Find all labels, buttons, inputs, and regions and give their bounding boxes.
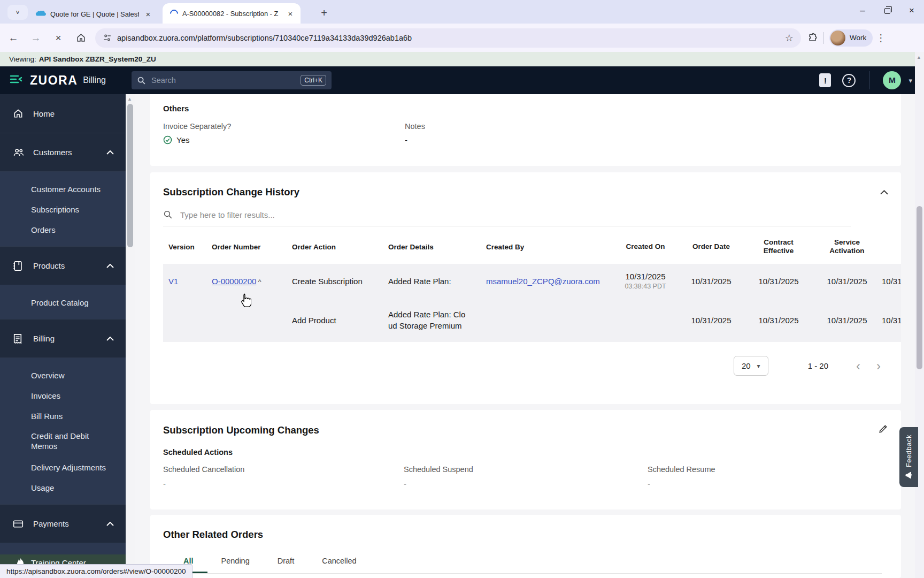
sidebar-item-invoices[interactable]: Invoices — [0, 385, 126, 406]
sidebar-item-customer-accounts[interactable]: Customer Accounts — [0, 179, 126, 199]
browser-tab-zuora[interactable]: A-S00000082 - Subscription - Z × — [163, 3, 301, 24]
new-tab-button[interactable]: + — [317, 5, 332, 20]
sidebar-item-delivery-adjustments[interactable]: Delivery Adjustments — [0, 457, 126, 477]
created-by-link[interactable]: msamuel20_ZCPQ@zuora.com — [486, 277, 613, 286]
tab-search-button[interactable]: ˅ — [7, 5, 28, 20]
page-scrollbar[interactable]: ▲ — [915, 52, 924, 578]
scheduled-actions-subtitle: Scheduled Actions — [163, 448, 888, 457]
url-text[interactable]: apisandbox.zuora.com/platform/subscripti… — [117, 34, 785, 42]
sidebar-label: Products — [33, 261, 65, 270]
chevron-down-icon: ▾ — [757, 362, 760, 370]
home-button[interactable] — [72, 29, 90, 47]
sidebar-item-credit-debit-memos[interactable]: Credit and Debit Memos — [0, 426, 126, 457]
global-search[interactable]: Ctrl+K — [132, 71, 332, 89]
browser-menu-icon[interactable]: ⋮ — [876, 32, 886, 44]
url-bar[interactable]: apisandbox.zuora.com/platform/subscripti… — [95, 28, 801, 48]
prev-page-button[interactable]: ‹ — [856, 360, 860, 372]
invoice-separately-value: Yes — [163, 135, 405, 144]
sidebar-item-overview[interactable]: Overview — [0, 365, 126, 385]
search-icon — [137, 76, 146, 85]
scheduled-suspend-value: - — [404, 479, 648, 488]
tab-close-icon[interactable]: × — [143, 9, 153, 19]
help-icon[interactable]: ? — [842, 74, 856, 87]
history-filter-input[interactable] — [180, 210, 851, 219]
close-window-button[interactable]: × — [899, 0, 924, 21]
others-title: Others — [163, 94, 888, 113]
sidebar-collapse-icon[interactable] — [10, 74, 22, 86]
browser-profile-button[interactable]: Work — [829, 29, 873, 47]
history-table-row: V1 O-00000200^ Create Subscription Added… — [163, 264, 901, 342]
restore-button[interactable] — [875, 0, 899, 21]
scroll-up-icon[interactable]: ▲ — [127, 96, 132, 102]
sidebar-scrollbar[interactable]: ▲ — [126, 94, 135, 578]
zuora-logo: ZUORA — [30, 73, 78, 88]
history-title: Subscription Change History — [163, 186, 880, 198]
toolbar-right: Work ⋮ — [807, 29, 893, 47]
tab-draft[interactable]: Draft — [264, 552, 308, 573]
customers-icon — [13, 148, 25, 157]
sidebar-item-subscriptions[interactable]: Subscriptions — [0, 199, 126, 219]
related-orders-card: Other Related Orders All Pending Draft C… — [150, 515, 901, 578]
page-scrollbar-thumb[interactable] — [917, 206, 922, 369]
page-size-select[interactable]: 20 ▾ — [734, 356, 768, 376]
scheduled-resume-value: - — [648, 479, 888, 488]
notes-label: Notes — [405, 122, 888, 131]
environment-banner: Viewing: API Sandbox ZBZR_System20_ZU — [0, 52, 924, 66]
invoice-separately-label: Invoice Separately? — [163, 122, 405, 131]
forward-button[interactable]: → — [27, 29, 45, 47]
tab-pending[interactable]: Pending — [207, 552, 264, 573]
home-icon — [76, 33, 86, 43]
next-page-button[interactable]: › — [876, 360, 881, 372]
col-order-details: Order Details — [388, 230, 486, 263]
bookmark-star-icon[interactable]: ☆ — [785, 32, 794, 44]
version-cell[interactable]: V1 — [163, 277, 212, 286]
global-search-input[interactable] — [151, 76, 301, 85]
billing-submenu: Overview Invoices Bill Runs Credit and D… — [0, 358, 126, 504]
sidebar-item-orders[interactable]: Orders — [0, 219, 126, 240]
sidebar-item-product-catalog[interactable]: Product Catalog — [0, 292, 126, 313]
col-contract-effective: Contract Effective — [754, 230, 803, 263]
feedback-tab[interactable]: Feedback — [899, 427, 918, 487]
clipped-cell: 10/31/2025 — [882, 316, 901, 325]
order-details-cell: Added Rate Plan: — [388, 277, 486, 286]
filter-search-icon — [163, 210, 173, 219]
col-order-action: Order Action — [292, 230, 388, 263]
header-divider — [869, 71, 870, 89]
sidebar-item-payments[interactable]: Payments — [0, 504, 126, 543]
order-number-link[interactable]: O-00000200 — [212, 277, 256, 286]
sidebar-item-billing[interactable]: Billing — [0, 319, 126, 358]
user-avatar[interactable]: M — [883, 71, 901, 89]
search-shortcut-badge: Ctrl+K — [301, 75, 326, 86]
sidebar-label: Billing — [33, 334, 55, 343]
sidebar-item-customers[interactable]: Customers — [0, 133, 126, 171]
browser-tab-salesforce[interactable]: Quote for GE | Quote | Salesfor × — [28, 4, 158, 24]
created-on-time: 03:38:43 PDT — [613, 283, 677, 290]
site-settings-icon[interactable] — [103, 33, 112, 42]
order-number-cell: O-00000200^ — [212, 277, 292, 286]
announcements-icon[interactable]: ! — [819, 73, 831, 87]
edit-pencil-icon[interactable] — [878, 424, 888, 436]
feedback-label: Feedback — [905, 435, 913, 467]
back-button[interactable]: ← — [4, 29, 22, 47]
service-activation-cell: 10/31/2025 — [812, 316, 882, 325]
invoice-separately-field: Invoice Separately? Yes — [163, 122, 405, 144]
product-name: Billing — [83, 75, 106, 85]
sidebar-item-bill-runs[interactable]: Bill Runs — [0, 406, 126, 426]
sidebar-item-usage[interactable]: Usage — [0, 477, 126, 498]
sidebar-item-home[interactable]: Home — [0, 94, 126, 133]
extensions-icon[interactable] — [807, 33, 818, 43]
header-right: ! ? M ▾ — [819, 66, 924, 94]
sidebar-scrollbar-thumb[interactable] — [127, 104, 133, 247]
tab-cancelled[interactable]: Cancelled — [308, 552, 371, 573]
customers-submenu: Customer Accounts Subscriptions Orders — [0, 171, 126, 246]
collapse-section-icon[interactable] — [880, 187, 888, 197]
order-expand-caret-icon[interactable]: ^ — [258, 278, 261, 286]
order-action-cell: Create Subscription — [292, 277, 388, 286]
tab-close-icon[interactable]: × — [286, 9, 295, 18]
user-menu-caret-icon[interactable]: ▾ — [908, 77, 912, 85]
history-filter[interactable] — [163, 210, 851, 226]
minimize-button[interactable]: – — [850, 0, 875, 21]
stop-loading-button[interactable]: × — [49, 29, 67, 47]
sidebar-item-products[interactable]: Products — [0, 246, 126, 285]
scroll-up-icon[interactable]: ▲ — [917, 55, 921, 60]
